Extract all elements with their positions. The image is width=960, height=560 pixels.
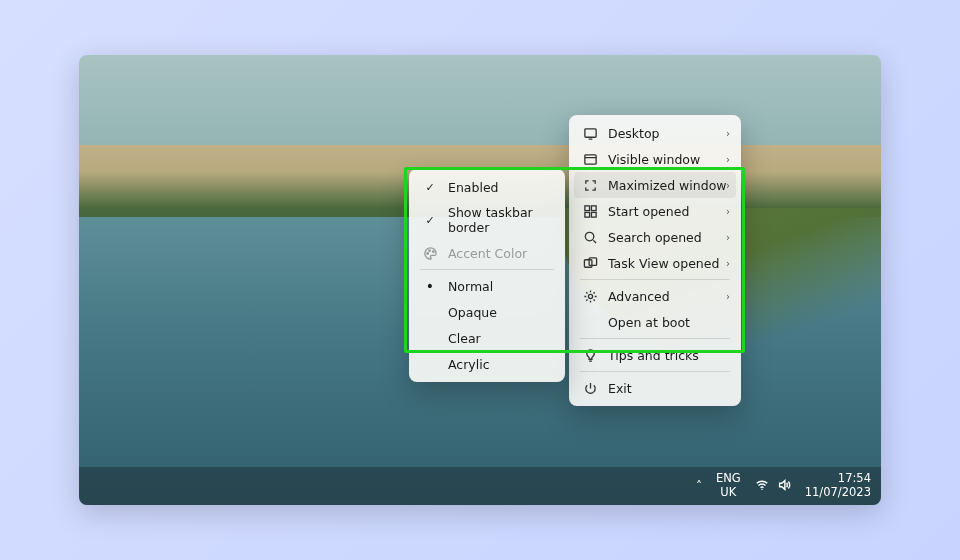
check-icon — [422, 212, 438, 228]
svg-point-13 — [761, 488, 762, 489]
menu-label: Desktop — [608, 126, 660, 141]
maximize-icon — [582, 177, 598, 193]
svg-rect-4 — [584, 212, 589, 217]
search-icon — [582, 229, 598, 245]
menu-label: Start opened — [608, 204, 689, 219]
menu-label: Task View opened — [608, 256, 719, 271]
menu-label: Visible window — [608, 152, 700, 167]
bulb-icon — [582, 347, 598, 363]
menu-item-start-opened[interactable]: Start opened › — [574, 198, 736, 224]
palette-icon — [422, 245, 438, 261]
context-submenu: Enabled Show taskbar border Accent Color… — [409, 169, 565, 382]
svg-point-6 — [585, 232, 593, 240]
menu-label: Acrylic — [448, 357, 490, 372]
chevron-right-icon: › — [726, 154, 730, 165]
svg-rect-1 — [584, 154, 595, 163]
svg-rect-8 — [589, 257, 597, 265]
radio-dot-icon — [422, 278, 438, 294]
menu-label: Clear — [448, 331, 481, 346]
submenu-item-normal[interactable]: Normal — [414, 273, 560, 299]
submenu-item-opaque[interactable]: Opaque — [414, 299, 560, 325]
submenu-item-clear[interactable]: Clear — [414, 325, 560, 351]
menu-label: Enabled — [448, 180, 499, 195]
menu-label: Advanced — [608, 289, 670, 304]
svg-point-12 — [432, 250, 434, 252]
menu-separator — [420, 269, 554, 270]
svg-rect-3 — [591, 205, 596, 210]
chevron-right-icon: › — [726, 206, 730, 217]
time-text: 17:54 — [805, 472, 871, 486]
svg-point-9 — [588, 294, 592, 298]
menu-label: Maximized window — [608, 178, 727, 193]
volume-icon[interactable] — [777, 478, 791, 495]
menu-item-task-view-opened[interactable]: Task View opened › — [574, 250, 736, 276]
submenu-item-acrylic[interactable]: Acrylic — [414, 351, 560, 377]
svg-point-11 — [428, 249, 430, 251]
svg-rect-5 — [591, 212, 596, 217]
blank-icon — [422, 356, 438, 372]
language-indicator[interactable]: ENG UK — [716, 472, 741, 500]
lang-line2: UK — [716, 486, 741, 500]
chevron-right-icon: › — [726, 128, 730, 139]
clock[interactable]: 17:54 11/07/2023 — [805, 472, 871, 500]
menu-label: Accent Color — [448, 246, 527, 261]
taskview-icon — [582, 255, 598, 271]
svg-rect-2 — [584, 205, 589, 210]
taskbar: ˄ ENG UK 17:54 11/07/2023 — [79, 467, 881, 505]
wifi-icon[interactable] — [755, 478, 769, 495]
menu-item-desktop[interactable]: Desktop › — [574, 120, 736, 146]
submenu-item-show-border[interactable]: Show taskbar border — [414, 200, 560, 240]
start-icon — [582, 203, 598, 219]
system-tray: ˄ ENG UK 17:54 11/07/2023 — [696, 472, 871, 500]
gear-icon — [582, 288, 598, 304]
menu-item-search-opened[interactable]: Search opened › — [574, 224, 736, 250]
menu-separator — [580, 279, 730, 280]
menu-separator — [580, 338, 730, 339]
submenu-item-enabled[interactable]: Enabled — [414, 174, 560, 200]
menu-label: Show taskbar border — [448, 205, 552, 235]
chevron-right-icon: › — [726, 291, 730, 302]
menu-label: Open at boot — [608, 315, 690, 330]
menu-item-open-at-boot[interactable]: Open at boot — [574, 309, 736, 335]
menu-separator — [580, 371, 730, 372]
blank-icon — [422, 330, 438, 346]
menu-label: Opaque — [448, 305, 497, 320]
chevron-right-icon: › — [726, 180, 730, 191]
desktop-icon — [582, 125, 598, 141]
blank-icon — [422, 304, 438, 320]
menu-item-maximized-window[interactable]: Maximized window › — [574, 172, 736, 198]
menu-label: Exit — [608, 381, 632, 396]
svg-rect-7 — [584, 259, 592, 267]
lang-line1: ENG — [716, 472, 741, 486]
power-icon — [582, 380, 598, 396]
svg-point-10 — [426, 252, 428, 254]
svg-rect-0 — [584, 128, 595, 136]
menu-label: Tips and tricks — [608, 348, 699, 363]
chevron-right-icon: › — [726, 258, 730, 269]
window-icon — [582, 151, 598, 167]
date-text: 11/07/2023 — [805, 486, 871, 500]
menu-item-advanced[interactable]: Advanced › — [574, 283, 736, 309]
context-menu-main: Desktop › Visible window › Maximized win… — [569, 115, 741, 406]
menu-item-tips[interactable]: Tips and tricks — [574, 342, 736, 368]
chevron-right-icon: › — [726, 232, 730, 243]
submenu-item-accent-color: Accent Color — [414, 240, 560, 266]
menu-item-exit[interactable]: Exit — [574, 375, 736, 401]
menu-label: Search opened — [608, 230, 702, 245]
tray-overflow-icon[interactable]: ˄ — [696, 479, 702, 493]
blank-icon — [582, 314, 598, 330]
menu-label: Normal — [448, 279, 493, 294]
desktop-screenshot: Desktop › Visible window › Maximized win… — [79, 55, 881, 505]
menu-item-visible-window[interactable]: Visible window › — [574, 146, 736, 172]
check-icon — [422, 179, 438, 195]
